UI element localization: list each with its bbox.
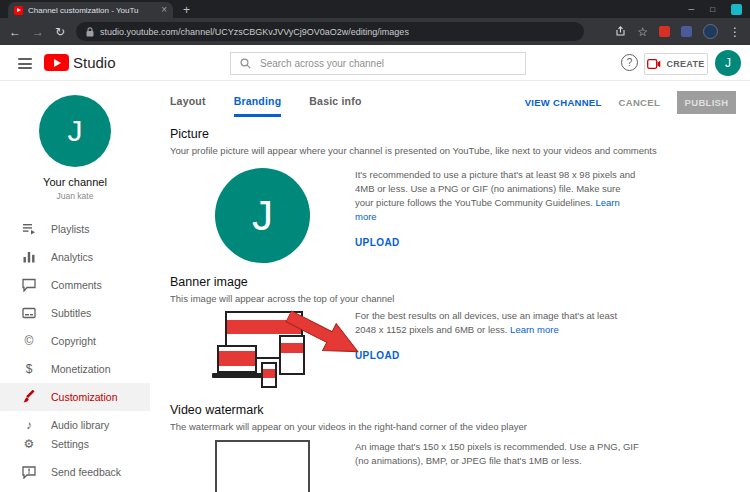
feedback-icon (22, 465, 36, 479)
window-minimize-button[interactable]: ─ (688, 6, 694, 14)
account-avatar[interactable]: J (715, 50, 741, 76)
extension-red-icon[interactable] (659, 26, 670, 37)
banner-info: For the best results on all devices, use… (355, 309, 640, 337)
window-maximize-button[interactable]: □ (710, 6, 715, 14)
banner-learn-more-link[interactable]: Learn more (510, 324, 559, 335)
picture-upload-link[interactable]: UPLOAD (355, 237, 400, 248)
sidebar-item-playlists[interactable]: Playlists (0, 215, 150, 243)
refresh-icon[interactable]: ↻ (55, 26, 65, 38)
page-actions: VIEW CHANNEL CANCEL PUBLISH (525, 91, 736, 114)
sidebar-item-label: Subtitles (51, 307, 91, 319)
sidebar-item-copyright[interactable]: © Copyright (0, 327, 150, 355)
tab-close-icon[interactable]: × (161, 5, 167, 15)
browser-toolbar: ← → ↻ studio.youtube.com/channel/UCYzsCB… (0, 18, 750, 45)
url-text: studio.youtube.com/channel/UCYzsCBGKvJVV… (100, 27, 409, 37)
youtube-play-icon (44, 54, 69, 71)
browser-tab[interactable]: Channel customization - YouTu × (8, 2, 173, 18)
studio-logo-text: Studio (73, 54, 116, 71)
create-button-label: CREATE (666, 59, 704, 69)
sidebar-nav: Playlists Analytics Comments Subtitles © (0, 215, 150, 439)
watermark-row: An image that's 150 x 150 pixels is reco… (215, 440, 750, 492)
sidebar-item-label: Send feedback (51, 466, 121, 478)
view-channel-link[interactable]: VIEW CHANNEL (525, 97, 602, 108)
phone-illustration (261, 362, 277, 388)
picture-row: J It's recommended to use a picture that… (215, 168, 750, 263)
studio-header: Studio ? CREATE J (0, 45, 750, 81)
sidebar-item-send-feedback[interactable]: Send feedback (0, 458, 150, 486)
picture-info-text: It's recommended to use a picture that's… (355, 169, 635, 208)
tab-branding[interactable]: Branding (234, 95, 282, 117)
back-icon[interactable]: ← (9, 26, 21, 38)
watermark-player-illustration[interactable] (215, 440, 310, 492)
window-close-button[interactable] (731, 4, 742, 15)
customization-brush-icon (22, 390, 36, 404)
sidebar-item-label: Analytics (51, 251, 93, 263)
tab-basic-info[interactable]: Basic info (309, 95, 361, 117)
comments-icon (22, 278, 36, 292)
sidebar-item-analytics[interactable]: Analytics (0, 243, 150, 271)
publish-button[interactable]: PUBLISH (677, 91, 736, 114)
sidebar-item-comments[interactable]: Comments (0, 271, 150, 299)
monetization-icon: $ (22, 362, 36, 376)
address-bar[interactable]: studio.youtube.com/channel/UCYzsCBGKvJVV… (76, 22, 584, 41)
new-tab-button[interactable]: + (183, 3, 190, 17)
picture-info: It's recommended to use a picture that's… (355, 168, 640, 224)
browser-menu-icon[interactable]: ⋮ (729, 26, 741, 38)
tab-layout[interactable]: Layout (170, 95, 206, 117)
laptop-base-illustration (212, 373, 262, 378)
hamburger-menu-icon[interactable] (18, 58, 32, 72)
help-button[interactable]: ? (621, 54, 638, 71)
playlists-icon (22, 222, 36, 236)
window-controls: ─ □ (688, 4, 742, 15)
watermark-info: An image that's 150 x 150 pixels is reco… (355, 440, 640, 468)
lock-icon (86, 27, 94, 37)
bookmark-star-icon[interactable]: ☆ (637, 26, 648, 38)
browser-tab-title: Channel customization - YouTu (28, 6, 156, 15)
channel-name: Your channel (0, 176, 150, 188)
sidebar-item-settings[interactable]: ⚙ Settings (0, 430, 150, 458)
profile-picture-preview[interactable]: J (215, 168, 310, 263)
extension-blue-icon[interactable] (681, 26, 692, 37)
sidebar-item-subtitles[interactable]: Subtitles (0, 299, 150, 327)
toolbar-right-icons: ☆ ⋮ (615, 24, 741, 39)
create-camera-icon (647, 59, 661, 69)
cancel-button[interactable]: CANCEL (619, 97, 660, 108)
sidebar-item-label: Customization (51, 391, 118, 403)
settings-gear-icon: ⚙ (22, 437, 36, 451)
sidebar-item-label: Comments (51, 279, 102, 291)
branding-tabs-row: Layout Branding Basic info VIEW CHANNEL … (170, 81, 750, 117)
picture-section-title: Picture (170, 127, 750, 141)
laptop-illustration (217, 345, 257, 373)
share-icon[interactable] (615, 26, 626, 37)
watermark-info-text: An image that's 150 x 150 pixels is reco… (355, 441, 639, 466)
channel-search[interactable] (230, 52, 526, 75)
youtube-favicon-icon (14, 6, 23, 15)
sidebar-item-monetization[interactable]: $ Monetization (0, 355, 150, 383)
banner-section-description: This image will appear across the top of… (170, 293, 750, 304)
copyright-icon: © (22, 334, 36, 348)
sidebar-item-label: Playlists (51, 223, 90, 235)
channel-owner-name: Juan kate (0, 191, 150, 201)
sidebar-item-label: Settings (51, 438, 89, 450)
search-input[interactable] (260, 58, 516, 69)
subtitles-icon (22, 306, 36, 320)
youtube-studio-logo[interactable]: Studio (44, 54, 116, 71)
banner-section-title: Banner image (170, 275, 750, 289)
banner-info-text: For the best results on all devices, use… (355, 310, 617, 335)
customization-main: Layout Branding Basic info VIEW CHANNEL … (150, 81, 750, 492)
browser-tabstrip: Channel customization - YouTu × + ─ □ (0, 0, 750, 18)
picture-section-description: Your profile picture will appear where y… (170, 145, 750, 156)
browser-profile-avatar[interactable] (703, 24, 718, 39)
studio-sidebar: J Your channel Juan kate Playlists Analy… (0, 81, 150, 492)
search-icon (240, 58, 251, 69)
analytics-icon (22, 250, 36, 264)
sidebar-item-label: Copyright (51, 335, 96, 347)
sidebar-footer: ⚙ Settings Send feedback (0, 430, 150, 486)
create-button[interactable]: CREATE (644, 53, 708, 75)
watermark-section-title: Video watermark (170, 403, 750, 417)
banner-upload-link[interactable]: UPLOAD (355, 350, 400, 361)
forward-icon[interactable]: → (32, 26, 44, 38)
sidebar-item-customization[interactable]: Customization (0, 383, 150, 411)
channel-avatar[interactable]: J (39, 95, 111, 167)
sidebar-item-label: Monetization (51, 363, 111, 375)
